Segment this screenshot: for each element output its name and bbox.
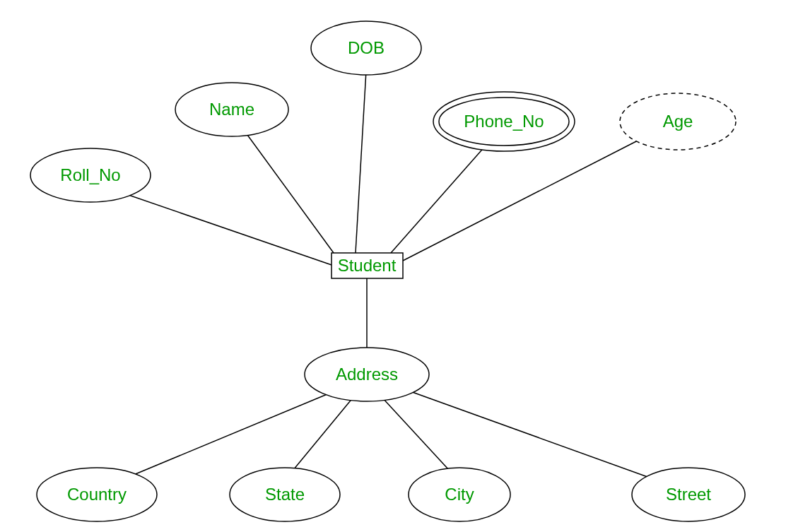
attribute-dob-label: DOB — [348, 38, 385, 58]
line-student-phone — [391, 145, 486, 253]
attribute-address-label: Address — [336, 365, 398, 384]
entity-student-label: Student — [338, 256, 397, 276]
line-address-street — [406, 390, 657, 480]
line-address-country — [120, 392, 332, 480]
line-student-name — [242, 127, 334, 253]
attribute-rollno-label: Roll_No — [60, 165, 120, 185]
attribute-age-label: Age — [663, 112, 693, 131]
attribute-state-label: State — [265, 485, 305, 504]
attribute-city-label: City — [445, 485, 474, 504]
line-address-city — [382, 397, 449, 470]
line-student-rollno — [106, 187, 334, 266]
attribute-country-label: Country — [67, 485, 127, 504]
line-student-dob — [356, 71, 366, 253]
line-address-state — [293, 397, 353, 470]
attribute-street-label: Street — [666, 485, 711, 504]
attribute-name-label: Name — [209, 100, 254, 119]
attribute-phone-label: Phone_No — [464, 112, 544, 131]
